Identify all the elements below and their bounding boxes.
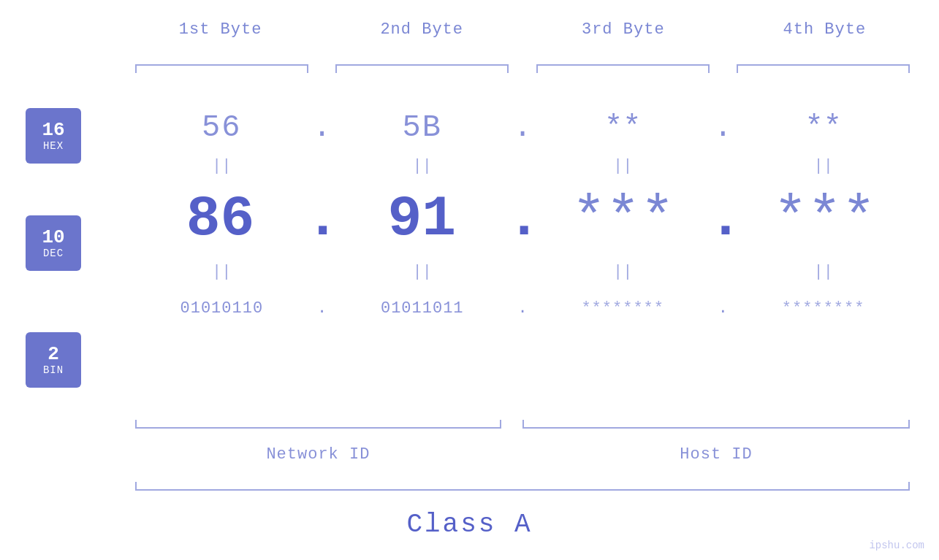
id-labels: Network ID Host ID [135, 445, 910, 464]
dec-byte1: 86 [186, 187, 255, 251]
dec-dot2: . [507, 187, 541, 251]
eq-row-1: || || || || [135, 153, 910, 179]
hex-byte2: 5B [403, 110, 442, 145]
bracket-network [135, 420, 501, 429]
col-header-1: 1st Byte [135, 20, 305, 39]
eq1-b3: || [613, 157, 632, 175]
bin-badge-num: 2 [47, 344, 59, 365]
bracket-top-2 [335, 64, 509, 73]
dec-byte4: *** [773, 187, 875, 251]
bottom-brackets [135, 420, 910, 429]
hex-dot2: . [513, 110, 531, 145]
eq2-b2: || [413, 263, 432, 281]
bin-row: 01010110 . 01011011 . ******** . *******… [135, 285, 910, 332]
bracket-top-4 [737, 64, 910, 73]
dec-dot1: . [305, 187, 340, 251]
bracket-host [522, 420, 910, 429]
watermark: ipshu.com [869, 540, 924, 551]
col-header-4: 4th Byte [740, 20, 910, 39]
bracket-top-1 [135, 64, 308, 73]
bin-badge: 2 BIN [26, 332, 81, 388]
eq2-b4: || [813, 263, 832, 281]
bin-dot1: . [317, 299, 327, 318]
dec-byte3: *** [572, 187, 674, 251]
host-id-label: Host ID [522, 445, 910, 464]
dec-badge: 10 DEC [26, 215, 81, 271]
full-bottom-bracket [135, 482, 910, 491]
eq2-b3: || [613, 263, 632, 281]
eq1-b2: || [413, 157, 432, 175]
hex-byte4: ** [805, 110, 841, 145]
hex-byte3: ** [604, 110, 641, 145]
bin-byte3: ******** [581, 299, 664, 318]
class-label: Class A [0, 510, 939, 540]
dec-badge-label: DEC [43, 248, 64, 259]
hex-dot1: . [313, 110, 331, 145]
hex-byte1: 56 [202, 110, 241, 145]
eq-row-2: || || || || [135, 259, 910, 285]
dec-badge-num: 10 [42, 227, 64, 248]
hex-badge: 16 HEX [26, 108, 81, 164]
network-id-label: Network ID [135, 445, 501, 464]
rows-area: 56 . 5B . ** . ** || || [135, 95, 910, 332]
column-headers: 1st Byte 2nd Byte 3rd Byte 4th Byte [135, 20, 910, 39]
bin-dot3: . [718, 299, 728, 318]
hex-dot3: . [714, 110, 732, 145]
hex-badge-label: HEX [43, 140, 64, 152]
bin-badge-label: BIN [43, 364, 64, 376]
eq2-b1: || [212, 263, 231, 281]
dec-byte2: 91 [387, 187, 456, 251]
dec-row: 86 . 91 . *** . *** [135, 179, 910, 259]
bracket-top-3 [536, 64, 710, 73]
col-header-2: 2nd Byte [337, 20, 507, 39]
main-container: 1st Byte 2nd Byte 3rd Byte 4th Byte 16 H… [0, 0, 939, 560]
bin-dot2: . [517, 299, 527, 318]
bin-byte4: ******** [782, 299, 865, 318]
col-header-3: 3rd Byte [538, 20, 708, 39]
eq1-b1: || [212, 157, 231, 175]
bin-byte1: 01010110 [180, 299, 263, 318]
hex-badge-num: 16 [42, 120, 64, 141]
dec-dot3: . [708, 187, 742, 251]
top-brackets [135, 64, 910, 73]
hex-row: 56 . 5B . ** . ** [135, 102, 910, 153]
bin-byte2: 01011011 [381, 299, 464, 318]
eq1-b4: || [813, 157, 832, 175]
